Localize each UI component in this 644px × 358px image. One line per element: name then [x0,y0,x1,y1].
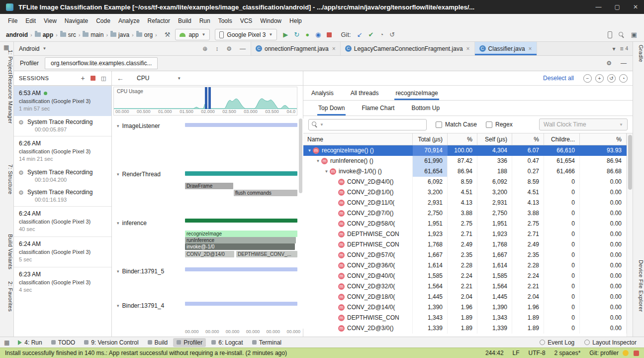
cpu-selector-label[interactable]: CPU [137,75,149,82]
trace-event-bar[interactable]: runInference [185,237,296,243]
stripe-item-gradle[interactable]: Gradle [633,45,644,62]
indent-style[interactable]: 2 spaces* [554,350,581,357]
table-header[interactable]: NameTotal (μs)%Self (μs)%Childre...% [303,133,627,145]
stripe-item-1-project[interactable]: 1: Project [0,50,13,74]
recording-item[interactable]: ⚙System Trace Recording00:00:05.897 [14,116,111,136]
apply-changes-icon[interactable]: ↻ [294,31,299,38]
trace-event-bar[interactable]: DEPTHWISE_CONV_... [236,251,297,257]
table-row[interactable]: mCONV_2D@32/0(1,5642.211,5642.2100.00 [303,281,627,292]
close-button[interactable]: ✕ [633,3,638,10]
trace-event-bar[interactable]: DrawFrame [185,183,233,189]
settings-gear-icon[interactable]: ⚙ [226,45,232,52]
recording-item[interactable]: ⚙System Trace Recording00:10:04.200 [14,166,111,186]
column-header-childre-5[interactable]: Childre... [544,133,580,145]
subtab-flame-chart[interactable]: Flame Chart [361,101,395,116]
selection-handle-left[interactable] [205,87,207,109]
stripe-item-device-file-explorer[interactable]: Device File Explorer [633,260,644,312]
checkbox-icon[interactable] [436,121,442,128]
thread-label-inference[interactable]: ▾inference [117,220,147,227]
scrollbar-thumb[interactable] [628,135,632,190]
menu-build[interactable]: Build [174,15,195,26]
trace-event-bar[interactable]: recognizeImage [185,231,297,237]
settings-gear-icon[interactable]: ⚙ [606,60,612,67]
menu-file[interactable]: File [4,15,21,26]
editor-tab-onnectionfragment-java[interactable]: ConnectionFragment.java× [251,42,341,55]
table-row[interactable]: mCONV_2D@14/0(1,3901.961,3901.9600.00 [303,302,627,313]
binder-state-bar[interactable] [185,267,297,271]
binder-state-bar[interactable] [185,302,297,306]
reset-zoom-icon[interactable]: ↺ [607,74,616,83]
minimize-button[interactable]: — [596,3,602,10]
search-box[interactable]: ▼ [308,119,427,130]
trace-event-bar[interactable]: flush commands [234,190,297,196]
file-encoding[interactable]: UTF-8 [529,350,546,357]
project-view-mode[interactable]: Android [19,45,39,52]
toolwindow-profiler[interactable]: Profiler [173,338,206,347]
column-header--6[interactable]: % [580,133,627,145]
column-header--4[interactable]: % [512,133,544,145]
toolwindow-build[interactable]: Build [144,338,172,347]
match-case-checkbox[interactable]: Match Case [436,121,477,128]
menu-navigate[interactable]: Navigate [61,15,92,26]
tab-recognizeimage[interactable]: recognizeImage [394,86,439,100]
subtab-bottom-up[interactable]: Bottom Up [410,101,441,116]
tab-all-threads[interactable]: All threads [350,86,380,100]
table-row[interactable]: mCONV_2D@1/0()3,2004.513,2004.5100.00 [303,187,627,198]
stop-icon[interactable] [327,32,332,37]
search-input[interactable] [326,121,423,128]
session-item[interactable]: 6:26 AMclassification (Google Pixel 3)14… [14,136,111,166]
column-header-total-s-1[interactable]: Total (μs) [413,133,448,145]
imagelistener-state-bar[interactable] [185,123,297,127]
git-branch[interactable]: Git: profiler [589,350,619,357]
collapse-all-icon[interactable]: ↕ [215,45,218,52]
checkbox-icon[interactable] [486,121,492,128]
table-row[interactable]: mDEPTHWISE_CON1,9232.711,9232.7100.00 [303,229,627,239]
memory-indicator-icon[interactable] [623,350,629,356]
subtab-top-down[interactable]: Top Down [317,101,346,116]
toolwindow-4-run[interactable]: 4: Run [14,338,45,347]
notification-icon[interactable] [634,351,639,356]
line-separator[interactable]: LF [513,350,520,357]
tab-analysis[interactable]: Analysis [310,86,335,100]
thread-label-binder-13791-4[interactable]: ▾Binder:13791_4 [117,302,164,309]
expander-icon[interactable]: ▼ [323,166,330,177]
hide-panel-icon[interactable]: ― [240,45,246,52]
git-commit-icon[interactable]: ✔ [368,31,374,38]
threads-scrollbar[interactable] [299,119,302,329]
clock-type-select[interactable]: Wall Clock Time ▼ [539,119,628,130]
zoom-to-selection-icon[interactable]: ◔ [619,74,628,83]
breadcrumb-java[interactable]: java [109,31,130,38]
locate-file-icon[interactable]: ⊕ [202,45,207,52]
thread-label-imagelistener[interactable]: ▾ImageListener [117,122,160,129]
menu-vcs[interactable]: VCS [236,15,257,26]
stripe-item-build-variants[interactable]: Build Variants [0,234,13,269]
thread-label-binder-13791-5[interactable]: ▾Binder:13791_5 [117,268,164,275]
zoom-in-icon[interactable]: + [595,74,604,83]
table-row[interactable]: mCONV_2D@58/0(1,9512.751,9512.7500.00 [303,219,627,229]
git-history-icon[interactable]: ◔ [379,31,383,38]
inference-state-bar[interactable] [185,219,297,223]
add-session-icon[interactable]: + [81,74,85,82]
menu-edit[interactable]: Edit [21,15,40,26]
zoom-out-icon[interactable]: − [583,74,592,83]
selection-handle-right[interactable] [208,87,211,109]
profile-icon[interactable]: ◉ [315,31,321,38]
table-row[interactable]: mCONV_2D@36/0(1,6142.281,6142.2800.00 [303,260,627,271]
expander-icon[interactable]: ▼ [306,145,313,156]
table-row[interactable]: mDEPTHWISE_CON1,7682.491,7682.4900.00 [303,239,627,250]
profiler-session-tab[interactable]: org.tensorflow.lite.examples.classific..… [45,57,158,69]
session-item[interactable]: 6:53 AMclassification (Google Pixel 3)1 … [14,86,111,116]
device-select[interactable]: Google Pixel 3 ▼ [215,29,277,40]
table-row[interactable]: mCONV_2D@4/0()6,0928.596,0928.5900.00 [303,177,627,187]
menu-analyze[interactable]: Analyze [114,15,144,26]
table-row[interactable]: ▼minvoke@-1/0() ()61,65486.941880.2761,4… [303,166,627,177]
expand-sessions-icon[interactable]: ◫ [101,75,106,82]
trace-event-bar[interactable]: CONV_2D@14/0 [185,251,234,257]
search-everywhere-icon[interactable] [619,32,625,38]
table-row[interactable]: mCONV_2D@57/0(1,6672.351,6672.3500.00 [303,250,627,260]
toolwindow-9-version-control[interactable]: 9: Version Control [81,338,142,347]
tool-windows-icon[interactable]: ▣ [631,31,637,38]
tool-window-switcher-icon[interactable]: ▦ [4,339,9,346]
table-row[interactable]: mCONV_2D@11/0(2,9314.132,9314.1300.00 [303,198,627,208]
session-item[interactable]: 6:23 AMclassification (Google Pixel 3)4 … [14,267,111,297]
